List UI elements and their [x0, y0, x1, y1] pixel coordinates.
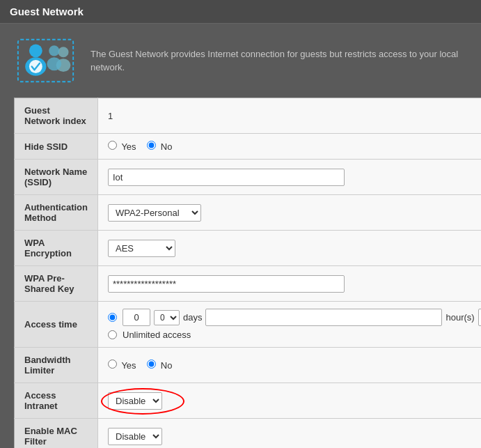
table-row: WPA Pre-Shared Key	[15, 266, 482, 302]
label-mac-filter: Enable MAC Filter	[15, 419, 98, 449]
access-time-line1: 0 1 2 days hour(s) minute(s)	[108, 309, 481, 326]
access-time-days-input[interactable]	[123, 309, 150, 326]
svg-point-1	[58, 47, 68, 57]
bandwidth-no-label[interactable]: No	[147, 360, 172, 371]
label-access-intranet: Access Intranet	[15, 383, 98, 419]
table-row: Network Name (SSID)	[15, 160, 482, 195]
value-hide-ssid: Yes No	[98, 134, 482, 160]
value-mac-filter: Disable Enable	[98, 419, 482, 449]
access-time-hours-input[interactable]	[205, 309, 442, 326]
info-description: The Guest Network provides Internet conn…	[90, 47, 467, 75]
label-guest-network-index: Guest Network index	[15, 98, 98, 134]
svg-point-4	[47, 57, 61, 70]
bandwidth-no-radio[interactable]	[147, 360, 156, 369]
hide-ssid-no-label[interactable]: No	[147, 141, 172, 152]
value-access-intranet: Disable Enable	[98, 383, 482, 419]
value-ssid	[98, 160, 482, 195]
settings-table: Guest Network index 1 Hide SSID Yes	[14, 98, 481, 448]
label-bandwidth-limiter: Bandwidth Limiter	[15, 348, 98, 383]
mac-filter-select[interactable]: Disable Enable	[108, 428, 162, 445]
access-time-line2: Unlimited access	[108, 330, 481, 340]
access-intranet-select[interactable]: Disable Enable	[108, 392, 162, 410]
value-bandwidth-limiter: Yes No	[98, 348, 482, 383]
label-access-time: Access time	[15, 302, 98, 348]
label-hide-ssid: Hide SSID	[15, 134, 98, 160]
hide-ssid-yes-radio[interactable]	[108, 141, 117, 150]
ssid-input[interactable]	[108, 169, 345, 186]
value-wpa-encryption: AES TKIP TKIP+AES	[98, 231, 482, 266]
wpa-key-input[interactable]	[108, 275, 345, 293]
value-guest-network-index: 1	[98, 98, 482, 134]
label-ssid: Network Name (SSID)	[15, 160, 98, 195]
label-wpa-encryption: WPA Encryption	[15, 231, 98, 266]
bandwidth-yes-label[interactable]: Yes	[108, 360, 139, 371]
table-row: Access Intranet Disable Enable	[15, 383, 482, 419]
access-intranet-wrapper: Disable Enable	[108, 392, 162, 410]
bandwidth-yes-radio[interactable]	[108, 360, 117, 369]
hours-label: hour(s)	[445, 312, 474, 323]
wpa-encryption-select[interactable]: AES TKIP TKIP+AES	[108, 240, 175, 257]
value-auth-method: WPA2-Personal WPA-Personal WPA-Enterpris…	[98, 195, 482, 231]
info-banner: The Guest Network provides Internet conn…	[0, 24, 481, 98]
table-row: Authentication Method WPA2-Personal WPA-…	[15, 195, 482, 231]
form-container: Guest Network index 1 Hide SSID Yes	[0, 98, 481, 448]
table-row: Enable MAC Filter Disable Enable	[15, 419, 482, 449]
svg-point-3	[49, 45, 59, 56]
guest-network-icon	[14, 36, 77, 85]
table-row: Guest Network index 1	[15, 98, 482, 134]
value-access-time: 0 1 2 days hour(s) minute(s)	[98, 302, 482, 348]
access-time-unlimited-radio[interactable]	[108, 330, 117, 339]
value-wpa-key	[98, 266, 482, 302]
access-time-days-select[interactable]: 0 1 2	[154, 310, 180, 325]
label-auth-method: Authentication Method	[15, 195, 98, 231]
access-time-wrapper: 0 1 2 days hour(s) minute(s)	[108, 309, 481, 340]
table-row: WPA Encryption AES TKIP TKIP+AES	[15, 231, 482, 266]
page-title: Guest Network	[10, 6, 84, 17]
svg-point-5	[29, 44, 42, 57]
auth-method-select[interactable]: WPA2-Personal WPA-Personal WPA-Enterpris…	[108, 204, 201, 222]
table-row: Bandwidth Limiter Yes No	[15, 348, 482, 383]
table-row: Access time 0 1 2	[15, 302, 482, 348]
label-wpa-key: WPA Pre-Shared Key	[15, 266, 98, 302]
table-row: Hide SSID Yes No	[15, 134, 482, 160]
page-container: Guest Network The Gu	[0, 0, 481, 448]
hide-ssid-no-radio[interactable]	[147, 141, 156, 150]
access-time-limited-radio[interactable]	[108, 313, 117, 322]
days-label: days	[183, 312, 202, 323]
hide-ssid-yes-label[interactable]: Yes	[108, 141, 139, 152]
access-time-minutes-input[interactable]	[478, 309, 481, 326]
page-header: Guest Network	[0, 0, 481, 24]
unlimited-label: Unlimited access	[123, 330, 191, 340]
